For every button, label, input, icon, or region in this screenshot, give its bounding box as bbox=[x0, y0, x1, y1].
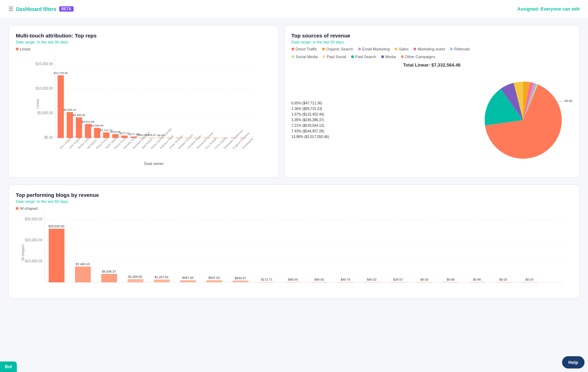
bar-chris bbox=[212, 138, 219, 138]
legend-referrals: Referrals bbox=[450, 47, 470, 51]
chart2-title: Top sources of revenue bbox=[292, 33, 572, 39]
dot-direct bbox=[292, 48, 294, 50]
svg-text:$7,463.10: $7,463.10 bbox=[76, 262, 90, 266]
bar-alli bbox=[85, 124, 91, 138]
svg-text:$835.87: $835.87 bbox=[235, 276, 246, 280]
label-paid-search: Paid Search bbox=[355, 55, 376, 59]
pie-svg-container: 63.92% ($4,687,233.79) bbox=[474, 71, 572, 170]
bar-blog6 bbox=[180, 280, 196, 282]
bar-taylor bbox=[103, 132, 109, 138]
bar-kim bbox=[57, 75, 64, 138]
bar-eugene bbox=[231, 138, 237, 138]
dot-wshaped bbox=[16, 207, 19, 210]
pie-labels-left: 0.65% ($47,711.36) 1.36% ($99,715.23) 1.… bbox=[292, 101, 474, 140]
svg-text:$172.71: $172.71 bbox=[261, 278, 273, 281]
bar-blog4 bbox=[128, 279, 143, 282]
dot-referrals bbox=[450, 48, 453, 50]
pie-label-7: 13.88% ($1,017,550.46) bbox=[292, 135, 471, 139]
chart-multi-touch: Multi-touch attribution: Top reps Date r… bbox=[8, 25, 279, 178]
chart3-date-range: Date range: In the last 60 days bbox=[16, 199, 572, 204]
chart2-legend-row: Direct Traffic Organic Search Email Mark… bbox=[292, 47, 572, 51]
chart3-legend-row: W-shaped bbox=[16, 206, 572, 211]
svg-text:$937.53: $937.53 bbox=[208, 276, 220, 280]
bar-blog7 bbox=[206, 280, 222, 282]
label-social: Social Media bbox=[296, 55, 318, 59]
top-bar-right: Assigned: Everyone can edit bbox=[517, 6, 580, 12]
legend-marketing-event: Marketing event bbox=[413, 47, 445, 51]
dot-mktg bbox=[413, 48, 416, 50]
pie-label-6: 7.43% ($544,957.28) bbox=[292, 129, 471, 133]
bar-blog3 bbox=[101, 274, 117, 282]
bar-richie bbox=[76, 117, 82, 138]
svg-text:$10,000.00: $10,000.00 bbox=[25, 259, 42, 263]
bar-blog17 bbox=[469, 282, 485, 282]
svg-text:W-shaped: W-shaped bbox=[21, 244, 25, 260]
dashboard-filters-label[interactable]: Dashboard filters bbox=[16, 6, 56, 12]
label-referrals: Referrals bbox=[454, 47, 470, 51]
bar-blog14 bbox=[390, 282, 406, 282]
help-badge[interactable]: Help bbox=[562, 356, 584, 368]
dot-paid-social bbox=[323, 55, 326, 58]
pie-label-4: 3.35% ($245,386.37) bbox=[292, 118, 471, 122]
bar-blog13 bbox=[364, 282, 380, 282]
bar-aniya bbox=[167, 138, 173, 138]
dot-organic bbox=[322, 48, 325, 50]
svg-text:$1,207.82: $1,207.82 bbox=[155, 275, 169, 279]
label-sales: Sales bbox=[399, 47, 409, 51]
svg-text:$0.88: $0.88 bbox=[447, 278, 455, 281]
chart3-svg: $30,000.00 $20,000.00 $10,000.00 W-shape… bbox=[16, 214, 572, 291]
bar-kris bbox=[203, 138, 210, 138]
svg-text:$2,009.09: $2,009.09 bbox=[91, 124, 103, 127]
beta-badge: BETA bbox=[59, 6, 73, 12]
bar-danielle bbox=[121, 136, 128, 138]
legend-paid-social: Paid Social bbox=[323, 55, 346, 59]
bar-blog2 bbox=[75, 267, 91, 282]
svg-text:$5,000.00: $5,000.00 bbox=[37, 111, 53, 115]
dot-media bbox=[381, 55, 384, 58]
svg-text:$86.55: $86.55 bbox=[288, 278, 298, 281]
svg-text:$15,000.00: $15,000.00 bbox=[35, 62, 53, 66]
svg-text:$4.00: $4.00 bbox=[157, 134, 165, 137]
dot-sales bbox=[395, 48, 397, 50]
bot-badge[interactable]: Bot bbox=[0, 361, 17, 372]
bar-maria bbox=[149, 138, 155, 138]
legend-media: Media bbox=[381, 55, 396, 59]
top-bar-left: ☰ Dashboard filters BETA bbox=[8, 6, 74, 12]
svg-text:$5,263.16: $5,263.16 bbox=[63, 108, 76, 111]
pie-total: Total Linear: $7,332,564.46 bbox=[292, 62, 572, 68]
svg-text:$26.47: $26.47 bbox=[148, 133, 156, 137]
svg-text:$25,530.00: $25,530.00 bbox=[48, 225, 64, 228]
chart2-date-range: Date range: In the last 60 days bbox=[292, 40, 572, 44]
svg-text:$0.03: $0.03 bbox=[499, 278, 507, 281]
chart3-legend-wshaped: W-shaped bbox=[16, 206, 37, 211]
hamburger-icon[interactable]: ☰ bbox=[8, 6, 13, 12]
svg-text:$54.05: $54.05 bbox=[138, 133, 147, 137]
assigned-label: Assigned: bbox=[517, 6, 539, 12]
edit-label[interactable]: Everyone can edit bbox=[541, 6, 580, 12]
bar-kathleen bbox=[158, 138, 164, 138]
pie-chart-wrapper: 0.65% ($47,711.36) 1.36% ($99,715.23) 1.… bbox=[292, 71, 572, 170]
svg-text:$30,000.00: $30,000.00 bbox=[25, 217, 42, 221]
bar-sebastian bbox=[221, 138, 228, 138]
legend-social-media: Social Media bbox=[292, 55, 318, 59]
bar-blog8 bbox=[233, 281, 248, 282]
label-email: Email Marketing bbox=[362, 47, 390, 51]
svg-text:$277.78: $277.78 bbox=[129, 133, 139, 136]
pie-label-5: 7.21% ($529,044.13) bbox=[292, 124, 471, 128]
dot-social bbox=[292, 55, 294, 58]
chart1-legend-row: Linear bbox=[16, 47, 271, 51]
svg-text:$46.75: $46.75 bbox=[341, 278, 350, 281]
svg-text:$28.57: $28.57 bbox=[393, 278, 403, 281]
label-mktg: Marketing event bbox=[418, 47, 445, 51]
bar-blog9 bbox=[259, 282, 275, 282]
legend-direct-traffic: Direct Traffic bbox=[292, 47, 317, 51]
svg-text:$80.65: $80.65 bbox=[314, 278, 324, 281]
svg-text:Linear: Linear bbox=[36, 98, 40, 108]
label-other: Other Campaigns bbox=[405, 55, 435, 59]
label-organic: Organic Search bbox=[326, 47, 353, 51]
svg-text:$0.88: $0.88 bbox=[473, 278, 481, 281]
pie-label-3: 1.57% ($115,452.44) bbox=[292, 112, 471, 116]
svg-text:$20,000.00: $20,000.00 bbox=[25, 238, 42, 242]
svg-text:Deal owner: Deal owner bbox=[144, 161, 164, 166]
legend-other-campaigns: Other Campaigns bbox=[401, 55, 435, 59]
